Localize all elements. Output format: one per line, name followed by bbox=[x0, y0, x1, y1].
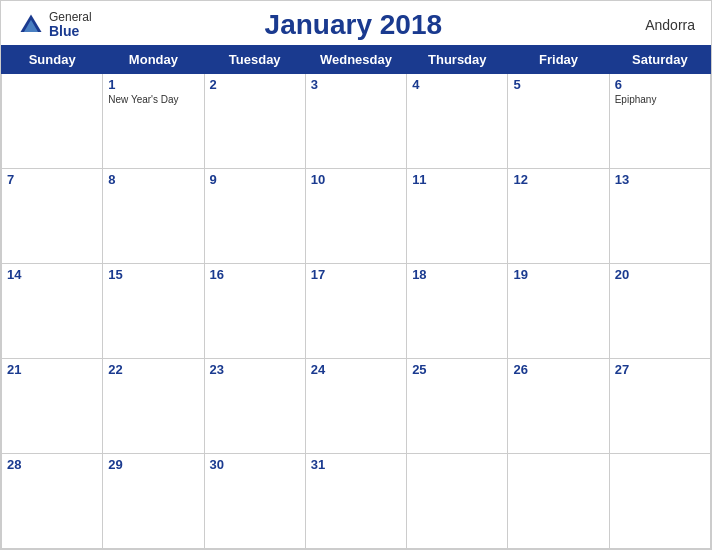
day-number: 12 bbox=[513, 172, 603, 187]
calendar-cell: 5 bbox=[508, 74, 609, 169]
calendar-week-5: 28293031 bbox=[2, 454, 711, 549]
calendar-cell: 23 bbox=[204, 359, 305, 454]
calendar-cell: 8 bbox=[103, 169, 204, 264]
logo-icon bbox=[17, 11, 45, 39]
calendar-cell: 13 bbox=[609, 169, 710, 264]
header-saturday: Saturday bbox=[609, 46, 710, 74]
header-friday: Friday bbox=[508, 46, 609, 74]
day-number: 14 bbox=[7, 267, 97, 282]
calendar-cell: 10 bbox=[305, 169, 406, 264]
day-number: 5 bbox=[513, 77, 603, 92]
days-header-row: Sunday Monday Tuesday Wednesday Thursday… bbox=[2, 46, 711, 74]
day-number: 9 bbox=[210, 172, 300, 187]
calendar-cell: 14 bbox=[2, 264, 103, 359]
holiday-name: Epiphany bbox=[615, 94, 705, 105]
calendar-cell: 7 bbox=[2, 169, 103, 264]
calendar-cell bbox=[2, 74, 103, 169]
calendar-week-1: 1New Year's Day23456Epiphany bbox=[2, 74, 711, 169]
calendar-cell: 4 bbox=[407, 74, 508, 169]
day-number: 29 bbox=[108, 457, 198, 472]
country-label: Andorra bbox=[615, 17, 695, 33]
day-number: 11 bbox=[412, 172, 502, 187]
holiday-name: New Year's Day bbox=[108, 94, 198, 105]
day-number: 4 bbox=[412, 77, 502, 92]
calendar-cell: 30 bbox=[204, 454, 305, 549]
calendar-cell: 28 bbox=[2, 454, 103, 549]
day-number: 18 bbox=[412, 267, 502, 282]
calendar-cell: 26 bbox=[508, 359, 609, 454]
header-monday: Monday bbox=[103, 46, 204, 74]
calendar-cell: 17 bbox=[305, 264, 406, 359]
calendar-header: General Blue January 2018 Andorra bbox=[1, 1, 711, 45]
day-number: 2 bbox=[210, 77, 300, 92]
day-number: 7 bbox=[7, 172, 97, 187]
calendar-container: General Blue January 2018 Andorra Sunday… bbox=[0, 0, 712, 550]
calendar-cell: 20 bbox=[609, 264, 710, 359]
calendar-cell bbox=[508, 454, 609, 549]
calendar-cell: 27 bbox=[609, 359, 710, 454]
header-wednesday: Wednesday bbox=[305, 46, 406, 74]
calendar-cell: 11 bbox=[407, 169, 508, 264]
day-number: 1 bbox=[108, 77, 198, 92]
day-number: 31 bbox=[311, 457, 401, 472]
day-number: 21 bbox=[7, 362, 97, 377]
calendar-cell: 22 bbox=[103, 359, 204, 454]
calendar-week-3: 14151617181920 bbox=[2, 264, 711, 359]
day-number: 19 bbox=[513, 267, 603, 282]
calendar-cell: 9 bbox=[204, 169, 305, 264]
logo-general: General bbox=[49, 11, 92, 24]
calendar-cell: 2 bbox=[204, 74, 305, 169]
calendar-cell: 16 bbox=[204, 264, 305, 359]
header-tuesday: Tuesday bbox=[204, 46, 305, 74]
calendar-cell bbox=[609, 454, 710, 549]
calendar-cell: 6Epiphany bbox=[609, 74, 710, 169]
day-number: 22 bbox=[108, 362, 198, 377]
day-number: 13 bbox=[615, 172, 705, 187]
day-number: 30 bbox=[210, 457, 300, 472]
calendar-cell: 31 bbox=[305, 454, 406, 549]
calendar-cell: 18 bbox=[407, 264, 508, 359]
header-thursday: Thursday bbox=[407, 46, 508, 74]
day-number: 27 bbox=[615, 362, 705, 377]
calendar-week-4: 21222324252627 bbox=[2, 359, 711, 454]
logo-text: General Blue bbox=[49, 11, 92, 40]
day-number: 16 bbox=[210, 267, 300, 282]
calendar-cell: 29 bbox=[103, 454, 204, 549]
day-number: 23 bbox=[210, 362, 300, 377]
calendar-cell: 25 bbox=[407, 359, 508, 454]
day-number: 10 bbox=[311, 172, 401, 187]
day-number: 24 bbox=[311, 362, 401, 377]
header-sunday: Sunday bbox=[2, 46, 103, 74]
calendar-table: Sunday Monday Tuesday Wednesday Thursday… bbox=[1, 45, 711, 549]
day-number: 15 bbox=[108, 267, 198, 282]
day-number: 8 bbox=[108, 172, 198, 187]
logo: General Blue bbox=[17, 11, 92, 40]
day-number: 3 bbox=[311, 77, 401, 92]
calendar-cell: 3 bbox=[305, 74, 406, 169]
calendar-cell: 19 bbox=[508, 264, 609, 359]
calendar-cell: 24 bbox=[305, 359, 406, 454]
calendar-cell: 15 bbox=[103, 264, 204, 359]
day-number: 6 bbox=[615, 77, 705, 92]
day-number: 26 bbox=[513, 362, 603, 377]
logo-blue: Blue bbox=[49, 24, 92, 39]
day-number: 17 bbox=[311, 267, 401, 282]
calendar-cell: 12 bbox=[508, 169, 609, 264]
day-number: 25 bbox=[412, 362, 502, 377]
calendar-week-2: 78910111213 bbox=[2, 169, 711, 264]
calendar-cell: 1New Year's Day bbox=[103, 74, 204, 169]
calendar-cell: 21 bbox=[2, 359, 103, 454]
calendar-cell bbox=[407, 454, 508, 549]
day-number: 28 bbox=[7, 457, 97, 472]
day-number: 20 bbox=[615, 267, 705, 282]
calendar-title: January 2018 bbox=[92, 9, 615, 41]
